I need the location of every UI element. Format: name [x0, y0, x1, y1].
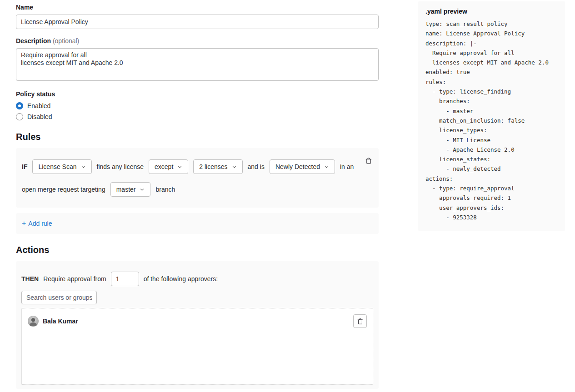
match-type-dropdown[interactable]: except [149, 159, 188, 174]
branch-dropdown[interactable]: master [110, 182, 151, 197]
trash-icon [365, 159, 372, 166]
scanner-dropdown[interactable]: License Scan [32, 159, 91, 174]
name-input[interactable] [16, 15, 379, 29]
and-is-text: and is [248, 163, 265, 170]
radio-disabled-control[interactable] [16, 113, 23, 120]
radio-enabled-control[interactable] [16, 102, 23, 109]
rule-card: IF License Scan finds any license except… [16, 148, 379, 208]
require-approval-from-text: Require approval from [43, 275, 106, 283]
policy-status-group: Policy status Enabled Disabled [16, 90, 379, 120]
in-an-text: in an [340, 163, 354, 170]
plus-icon: + [22, 220, 26, 227]
rule-row-condition: IF License Scan finds any license except… [22, 159, 359, 174]
remove-approver-button[interactable] [353, 314, 367, 328]
approvals-required-input[interactable] [111, 272, 139, 286]
chevron-down-icon [324, 164, 329, 169]
yaml-preview-title: .yaml preview [425, 8, 558, 15]
match-type-dropdown-value: except [155, 163, 173, 170]
yaml-preview-panel: .yaml preview type: scan_result_policy n… [418, 1, 565, 231]
radio-disabled-label: Disabled [27, 113, 52, 120]
approver-name: Bala Kumar [43, 318, 78, 325]
license-state-dropdown-value: Newly Detected [275, 163, 320, 170]
add-rule-button[interactable]: + Add rule [22, 220, 52, 227]
branch-dropdown-value: master [116, 186, 136, 193]
chevron-down-icon [140, 187, 145, 192]
description-optional-text: (optional) [53, 37, 79, 45]
name-label: Name [16, 4, 379, 11]
trash-icon [357, 318, 364, 325]
yaml-preview-code: type: scan_result_policy name: License A… [425, 19, 558, 222]
approver-list: Bala Kumar [21, 308, 373, 385]
description-field-group: Description (optional) [16, 37, 379, 82]
chevron-down-icon [232, 164, 237, 169]
merge-request-targeting-text: open merge request targeting [22, 186, 105, 193]
chevron-down-icon [177, 164, 182, 169]
chevron-down-icon [81, 164, 86, 169]
policy-form: Name Description (optional) Policy statu… [16, 4, 379, 389]
policy-editor-page: Name Description (optional) Policy statu… [0, 0, 575, 389]
scanner-dropdown-value: License Scan [38, 163, 76, 170]
description-textarea[interactable] [16, 48, 379, 81]
license-count-dropdown-value: 2 licenses [199, 163, 227, 170]
then-keyword: THEN [21, 275, 39, 283]
add-rule-container: + Add rule [16, 213, 379, 234]
rules-heading: Rules [16, 132, 379, 142]
approver-search-input[interactable] [21, 291, 97, 304]
policy-status-label: Policy status [16, 90, 379, 98]
actions-heading: Actions [16, 245, 379, 255]
branch-text: branch [155, 186, 175, 193]
action-row-approval: THEN Require approval from of the follow… [21, 272, 373, 286]
delete-rule-button[interactable] [364, 156, 373, 165]
add-rule-label: Add rule [28, 220, 52, 227]
description-label: Description (optional) [16, 37, 379, 45]
radio-disabled[interactable]: Disabled [16, 113, 379, 120]
rule-row-target: open merge request targeting master bran… [22, 182, 359, 197]
description-label-text: Description [16, 37, 51, 45]
license-count-dropdown[interactable]: 2 licenses [193, 159, 242, 174]
name-field-group: Name [16, 4, 379, 29]
radio-enabled[interactable]: Enabled [16, 102, 379, 109]
if-keyword: IF [22, 163, 27, 170]
avatar [28, 316, 39, 327]
license-state-dropdown[interactable]: Newly Detected [270, 159, 335, 174]
action-card: THEN Require approval from of the follow… [16, 261, 379, 389]
approver-row: Bala Kumar [28, 314, 367, 328]
of-following-approvers-text: of the following approvers: [144, 275, 218, 283]
radio-enabled-label: Enabled [27, 102, 50, 109]
finds-any-license-text: finds any license [97, 163, 144, 170]
